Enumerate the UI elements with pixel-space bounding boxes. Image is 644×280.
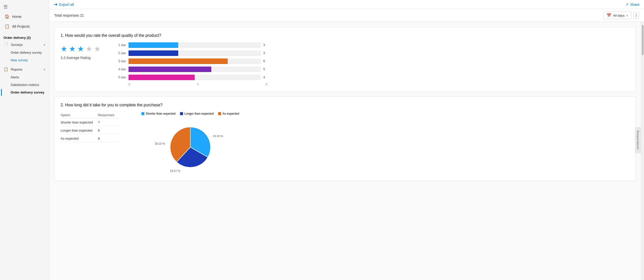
bar-track (128, 50, 261, 56)
surveys-chevron-icon: ∧ (43, 43, 45, 46)
bar-row-4-star: 4 star 5 (116, 67, 267, 72)
scrollbar-thumb[interactable] (642, 25, 644, 55)
responses-table: Option Responses Shorter than expected 7… (61, 112, 131, 143)
sidebar-item-alerts[interactable]: Alerts (1, 74, 48, 81)
sidebar-surveys-row[interactable]: 📄 Surveys ∧ (0, 41, 49, 49)
table-cell-responses: 8 (98, 135, 119, 143)
question-1-title: 1. How would you rate the overall qualit… (61, 33, 630, 38)
star-2: ★ (69, 44, 76, 53)
collapse-icon[interactable]: ⟩ (633, 12, 639, 19)
reports-label: Reports (11, 68, 22, 71)
bar-track (128, 42, 261, 48)
q1-number: 1. (61, 33, 64, 38)
bar-value: 3 (263, 51, 267, 55)
star-5: ★ (94, 44, 101, 53)
sidebar-reports-row[interactable]: 📋 Reports ∧ (0, 65, 49, 73)
q1-bar-chart: 1 star 3 2 star 3 3 star 6 4 star 5 5 st… (116, 42, 267, 86)
table-row: Shorter than expected 7 (61, 118, 119, 127)
home-icon: 🏠 (5, 14, 10, 19)
table-cell-responses: 7 (98, 118, 119, 127)
legend-longer: Longer than expected (180, 112, 214, 115)
sidebar: ☰ 🏠 Home 📋 All Projects Order delivery (… (0, 0, 49, 280)
bar-track (128, 75, 261, 80)
sidebar-item-home[interactable]: 🏠 Home (1, 12, 48, 21)
bar-fill (128, 67, 211, 72)
content-area: 1. How would you rate the overall qualit… (49, 22, 641, 280)
bar-label: 2 star (116, 51, 126, 55)
bar-label: 4 star (116, 68, 126, 71)
bar-value: 4 (263, 76, 267, 79)
sidebar-item-order-delivery-survey[interactable]: Order delivery survey (1, 49, 48, 56)
star-3: ★ (77, 44, 84, 53)
col-responses: Responses (98, 112, 119, 118)
share-label: Share (630, 3, 639, 7)
projects-icon: 📋 (5, 24, 10, 29)
pie-chart-container: Shorter than expected Longer than expect… (141, 112, 239, 175)
share-button[interactable]: ↗ Share (625, 2, 639, 7)
bar-row-3-star: 3 star 6 (116, 58, 267, 64)
pie-label-longer: 28.57 % (170, 169, 180, 172)
stars-display: ★ ★ ★ ★ ★ 3.2 Average Rating (61, 42, 101, 60)
surveys-icon: 📄 (4, 42, 8, 47)
axis-8: 8 (266, 83, 267, 86)
table-row: As expected 8 (61, 135, 119, 143)
table-cell-option: Shorter than expected (61, 118, 98, 127)
axis-4: 4 (197, 83, 199, 86)
bar-track (128, 67, 261, 72)
bar-track (128, 58, 261, 64)
total-responses: Total responses 21 (54, 13, 84, 17)
q2-pie-section: Option Responses Shorter than expected 7… (61, 112, 630, 175)
star-1: ★ (61, 44, 67, 53)
bar-label: 3 star (116, 59, 126, 63)
bar-fill (128, 58, 228, 64)
respondents-tab[interactable]: Respondents (635, 127, 641, 153)
export-label: Export all (59, 3, 74, 7)
legend-dot-longer (180, 112, 183, 115)
pie-legend: Shorter than expected Longer than expect… (141, 112, 239, 115)
bar-fill (128, 75, 195, 80)
main-area: ⇥ Export all ↗ Share Total responses 21 … (49, 0, 644, 280)
stats-bar: Total responses 21 📅 All days ∨ ⟩ (49, 9, 644, 22)
filter-label: All days (613, 14, 625, 17)
legend-label-longer: Longer than expected (184, 112, 214, 115)
reports-icon: 📋 (4, 67, 8, 72)
bar-row-2-star: 2 star 3 (116, 50, 267, 56)
star-rating-display: ★ ★ ★ ★ ★ (61, 44, 101, 53)
export-icon: ⇥ (54, 2, 57, 7)
right-scrollbar[interactable] (641, 22, 644, 280)
bar-fill (128, 50, 178, 56)
table-row: Longer than expected 6 (61, 127, 119, 135)
export-all-button[interactable]: ⇥ Export all (54, 2, 74, 7)
menu-icon[interactable]: ☰ (0, 2, 49, 12)
question-2-title: 2. How long did it take for you to compl… (61, 103, 630, 107)
sidebar-item-satisfaction-metrics[interactable]: Satisfaction metrics (1, 81, 48, 88)
axis-0: 0 (128, 83, 130, 86)
all-days-filter[interactable]: 📅 All days ∨ (603, 12, 631, 19)
legend-dot-as-expected (218, 112, 221, 115)
bar-value: 6 (263, 59, 267, 63)
surveys-label: Surveys (11, 43, 23, 47)
table-cell-option: As expected (61, 135, 98, 143)
table-cell-responses: 6 (98, 127, 119, 135)
q1-text: How would you rate the overall quality o… (65, 33, 161, 38)
sidebar-item-new-survey[interactable]: New survey (1, 56, 48, 64)
sidebar-home-label: Home (12, 15, 21, 19)
pie-chart-svg (168, 125, 213, 170)
col-option: Option (61, 112, 98, 118)
chevron-down-icon: ∨ (626, 14, 628, 17)
pie-label-shorter: 33.33 % (213, 135, 223, 138)
q2-number: 2. (61, 103, 64, 107)
table-cell-option: Longer than expected (61, 127, 98, 135)
bar-row-5-star: 5 star 4 (116, 75, 267, 80)
question-1-card: 1. How would you rate the overall qualit… (54, 27, 636, 92)
q1-rating-section: ★ ★ ★ ★ ★ 3.2 Average Rating 1 star (61, 42, 630, 86)
chart-axis: 0 4 8 (116, 83, 267, 86)
calendar-icon: 📅 (607, 13, 611, 18)
bar-label: 1 star (116, 43, 126, 47)
sidebar-all-projects-label: All Projects (12, 24, 30, 28)
bar-value: 5 (263, 68, 267, 71)
bar-fill (128, 42, 178, 48)
sidebar-item-all-projects[interactable]: 📋 All Projects (1, 22, 48, 31)
bar-label: 5 star (116, 76, 126, 79)
sidebar-item-order-delivery-report[interactable]: Order delivery survey (1, 89, 48, 96)
